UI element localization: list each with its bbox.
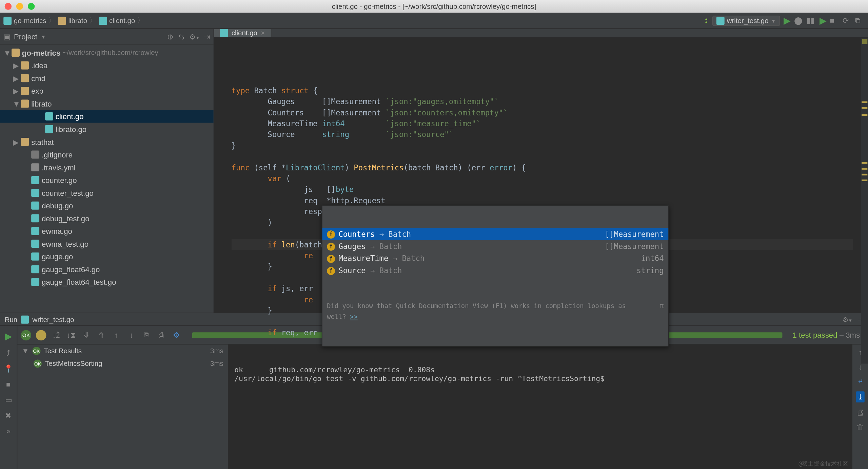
gear-icon[interactable]: ⚙▾ — [189, 33, 199, 41]
hide-icon[interactable]: ⇥ — [204, 33, 210, 41]
close-icon[interactable]: ✖ — [5, 411, 12, 420]
layout-icon[interactable]: ▭ — [5, 395, 12, 404]
print-icon[interactable]: 🖨 — [856, 408, 864, 417]
import-icon[interactable]: ⎙ — [156, 330, 167, 340]
code-line[interactable] — [232, 151, 853, 162]
tree-item[interactable]: debug_test.go — [0, 212, 214, 225]
chevron-down-icon[interactable]: ▼ — [41, 34, 46, 40]
down-icon[interactable]: ↓ — [858, 362, 862, 371]
go-file-icon — [220, 29, 228, 37]
collapse-icon[interactable]: ⤊ — [96, 330, 106, 340]
code-line[interactable]: func (self *LibratoClient) PostMetrics(b… — [232, 162, 853, 173]
search-icon[interactable]: ⧉ — [855, 16, 864, 25]
locate-icon[interactable]: ⊕ — [167, 33, 174, 41]
project-tree[interactable]: ▼ go-metrics ~/work/src/github.com/rcrow… — [0, 45, 214, 313]
debug-button[interactable]: ⬤ — [794, 16, 803, 25]
close-icon[interactable]: × — [261, 29, 265, 37]
completion-tip-link[interactable]: >> — [350, 313, 358, 321]
expand-icon[interactable]: ▶ — [13, 137, 19, 146]
stop-icon[interactable]: ■ — [6, 380, 11, 389]
completion-item[interactable]: fMeasureTime → Batchint64 — [322, 252, 669, 265]
ignore-filter-icon[interactable] — [36, 330, 46, 340]
tree-item[interactable]: gauge_float64.go — [0, 263, 214, 276]
expand-icon[interactable]: ▼ — [13, 99, 19, 108]
code-line[interactable]: Counters []Measurement `json:"counters,o… — [232, 107, 853, 118]
completion-item[interactable]: fSource → Batchstring — [322, 265, 669, 277]
tree-root[interactable]: ▼ go-metrics ~/work/src/github.com/rcrow… — [0, 46, 214, 59]
test-tree-row[interactable]: ▼OKTest Results3ms — [17, 344, 228, 357]
more-icon[interactable]: » — [6, 427, 11, 435]
tree-item[interactable]: ▼librato — [0, 97, 214, 110]
run-with-button[interactable]: ▶ — [820, 15, 826, 26]
code-line[interactable]: js []byte — [232, 184, 853, 195]
toggle-icon[interactable]: ⤴ — [6, 349, 11, 357]
export-icon[interactable]: ⎘ — [141, 330, 152, 340]
inspection-indicator-icon[interactable] — [862, 39, 867, 44]
run-config-selector[interactable]: writer_test.go ▼ — [712, 15, 780, 26]
code-editor[interactable]: type Batch struct { Gauges []Measurement… — [214, 38, 868, 364]
expand-all-icon[interactable]: ⇆ — [178, 33, 185, 41]
next-icon[interactable]: ↓ — [126, 330, 137, 340]
expand-icon[interactable]: ▶ — [13, 61, 19, 70]
tree-item[interactable]: ewma.go — [0, 225, 214, 238]
code-line[interactable]: Gauges []Measurement `json:"gauges,omite… — [232, 96, 853, 107]
tree-item[interactable]: .gitignore — [0, 148, 214, 161]
tree-item[interactable]: ▶stathat — [0, 135, 214, 148]
tree-item[interactable]: ▶exp — [0, 85, 214, 97]
pin-icon[interactable]: 📍 — [4, 364, 13, 373]
tree-item[interactable]: counter_test.go — [0, 186, 214, 199]
soft-wrap-icon[interactable]: ⤶ — [857, 377, 864, 386]
go-icon — [31, 227, 39, 235]
console-output[interactable]: ok github.com/rcrowley/go-metrics 0.008s… — [229, 344, 852, 469]
breadcrumb-item[interactable]: librato — [58, 17, 87, 25]
tree-item[interactable]: ewma_test.go — [0, 238, 214, 250]
tree-item[interactable]: counter.go — [0, 174, 214, 187]
go-icon — [31, 176, 39, 184]
completion-popup[interactable]: fCounters → Batch[]MeasurementfGauges → … — [322, 206, 669, 347]
code-line[interactable]: var ( — [232, 173, 853, 184]
test-tree-row[interactable]: OKTestMetricsSorting3ms — [17, 357, 228, 370]
breadcrumb-item[interactable]: go-metrics — [3, 17, 46, 25]
test-tree[interactable]: ▼OKTest Results3msOKTestMetricsSorting3m… — [17, 344, 229, 469]
tree-item[interactable]: ▶cmd — [0, 72, 214, 85]
breadcrumb-item[interactable]: client.go — [99, 17, 135, 25]
tree-item[interactable]: debug.go — [0, 199, 214, 212]
error-stripe[interactable] — [861, 38, 868, 364]
rerun-button[interactable]: ▶ — [5, 331, 12, 341]
completion-item[interactable]: fGauges → Batch[]Measurement — [322, 240, 669, 252]
sort-icon[interactable]: ↓ẑ — [51, 330, 61, 340]
pi-icon[interactable]: π — [660, 301, 664, 323]
go-icon — [31, 214, 39, 222]
stop-button[interactable]: ■ — [830, 16, 839, 25]
code-line[interactable]: Source string `json:"source"` — [232, 129, 853, 140]
prev-icon[interactable]: ↑ — [111, 330, 122, 340]
code-line[interactable]: MeasureTime int64 `json:"measure_time"` — [232, 118, 853, 129]
coverage-button[interactable]: ▮▮ — [807, 16, 816, 25]
go-icon — [45, 112, 53, 120]
tree-item[interactable]: gauge.go — [0, 250, 214, 263]
settings-icon[interactable]: ⚙ — [171, 330, 182, 340]
tree-item[interactable]: gauge_float64_test.go — [0, 276, 214, 288]
scroll-end-icon[interactable]: ⤓ — [856, 391, 865, 402]
code-line[interactable]: type Batch struct { — [232, 85, 853, 96]
clear-icon[interactable]: 🗑 — [856, 423, 864, 432]
project-panel-icon[interactable]: ▣ — [3, 33, 10, 41]
tree-item[interactable]: client.go — [0, 110, 214, 123]
pass-filter-icon[interactable]: OK — [21, 330, 31, 340]
completion-item[interactable]: fCounters → Batch[]Measurement — [322, 228, 669, 240]
code-line[interactable]: req *http.Request — [232, 195, 853, 206]
tree-item[interactable]: ▶.idea — [0, 59, 214, 72]
expand-icon[interactable]: ▶ — [13, 74, 19, 83]
sort-duration-icon[interactable]: ↓⧗ — [66, 330, 77, 340]
tree-item[interactable]: librato.go — [0, 123, 214, 136]
completion-tip: Did you know that Quick Documentation Vi… — [322, 299, 669, 324]
tree-item[interactable]: .travis.yml — [0, 161, 214, 174]
run-button[interactable]: ▶ — [784, 15, 790, 26]
expand-icon[interactable]: ▶ — [13, 87, 19, 95]
sync-icon[interactable]: ⟳ — [843, 16, 852, 25]
field-badge-icon: f — [327, 267, 335, 275]
expand-icon[interactable]: ⤋ — [81, 330, 92, 340]
code-line[interactable]: } — [232, 140, 853, 151]
dir-icon — [21, 61, 29, 70]
editor-tab[interactable]: client.go × — [214, 29, 271, 37]
